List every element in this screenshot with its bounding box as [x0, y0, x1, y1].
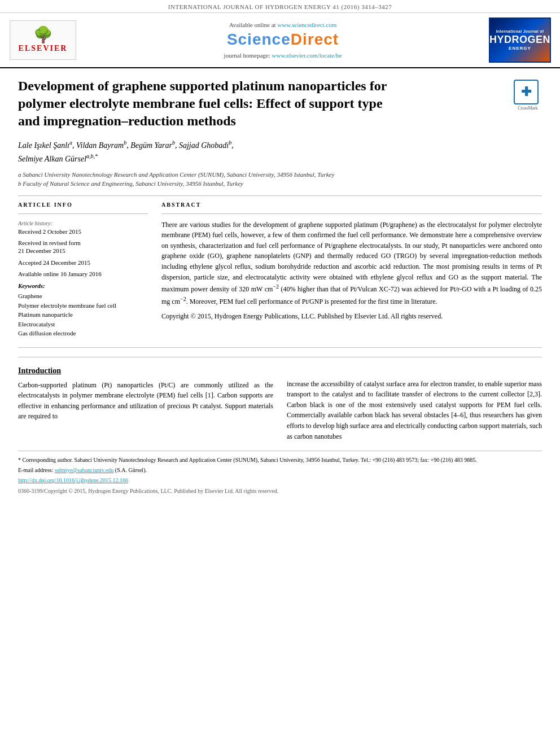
body-content: Introduction Carbon-supported platinum (… [18, 357, 542, 442]
title-crossmark-row: Development of graphene supported platin… [18, 77, 542, 138]
main-content: Development of graphene supported platin… [0, 68, 560, 442]
available-date: Available online 16 January 2016 [18, 270, 148, 278]
intro-right-col: increase the accessibility of catalyst s… [287, 366, 542, 442]
sciencedirect-block: Available online at www.sciencedirect.co… [77, 21, 489, 59]
divider-body [18, 347, 542, 348]
keyword-electrocatalyst: Electrocatalyst [18, 320, 148, 329]
article-info-col: Article Info Article history: Received 2… [18, 202, 148, 338]
crossmark-block: ✚ CrossMark [514, 80, 542, 111]
introduction-heading: Introduction [18, 366, 273, 375]
logos-row: 🌳 ELSEVIER Available online at www.scien… [0, 13, 560, 68]
divider-info [18, 213, 148, 214]
email-link[interactable]: selmiye@sabanciuniv.edu [55, 467, 113, 473]
authors: Lale Işıkel Şanlıa, Vildan Bayramb, Begü… [18, 138, 542, 165]
info-abstract-section: Article Info Article history: Received 2… [18, 202, 542, 338]
abstract-text: There are various studies for the develo… [161, 220, 542, 307]
affiliations: a Sabanci University Nanotechnology Rese… [18, 170, 542, 189]
sciencedirect-title: ScienceDirect [88, 30, 478, 49]
divider-abstract [161, 213, 542, 214]
available-online-text: Available online at www.sciencedirect.co… [88, 21, 478, 28]
keyword-platinum: Platinum nanoparticle [18, 310, 148, 320]
divider-1 [18, 195, 542, 196]
hydrogen-h2-text: HYDROGEN [489, 34, 550, 46]
available-online-link[interactable]: www.sciencedirect.com [277, 21, 336, 28]
intro-left-col: Introduction Carbon-supported platinum (… [18, 366, 273, 442]
affiliation-a: a Sabanci University Nanotechnology Rese… [18, 170, 542, 180]
accepted-date: Accepted 24 December 2015 [18, 259, 148, 267]
issn-copyright: 0360-3199/Copyright © 2015, Hydrogen Ene… [18, 487, 542, 495]
article-info-heading: Article Info [18, 202, 148, 208]
history-label: Article history: [18, 220, 148, 228]
introduction-section: Introduction Carbon-supported platinum (… [18, 366, 542, 442]
intro-right-text: increase the accessibility of catalyst s… [287, 379, 542, 442]
hydrogen-energy-text: ENERGY [509, 46, 531, 51]
corresponding-footnote: * Corresponding author. Sabanci Universi… [18, 456, 542, 464]
keyword-gas: Gas diffusion electrode [18, 329, 148, 338]
intro-left-text: Carbon-supported platinum (Pt) nanoparti… [18, 380, 273, 422]
keyword-pem: Polymer electrolyte membrane fuel cell [18, 301, 148, 311]
elsevier-tree-icon: 🌳 [33, 27, 53, 43]
journal-homepage: journal homepage: www.elsevier.com/locat… [88, 52, 478, 59]
hydrogen-ij-text: International Journal of [496, 29, 544, 34]
abstract-copyright: Copyright © 2015, Hydrogen Energy Public… [161, 311, 542, 322]
crossmark-icon[interactable]: ✚ [514, 80, 539, 104]
hydrogen-energy-logo: International Journal of HYDROGEN ENERGY [489, 18, 551, 63]
footnotes: * Corresponding author. Sabanci Universi… [18, 451, 542, 495]
keyword-graphene: Graphene [18, 291, 148, 301]
revised-label: Received in revised form 21 December 201… [18, 239, 148, 255]
journal-header: International Journal of Hydrogen Energy… [0, 0, 560, 13]
received-date: Received 2 October 2015 [18, 228, 148, 235]
crossmark-label: CrossMark [514, 106, 542, 111]
email-footnote: E-mail address: selmiye@sabanciuniv.edu … [18, 466, 542, 474]
article-title: Development of graphene supported platin… [18, 77, 402, 130]
journal-homepage-link[interactable]: www.elsevier.com/locate/he [272, 52, 342, 59]
doi-link[interactable]: http://dx.doi.org/10.1016/j.ijhydene.201… [18, 477, 128, 483]
elsevier-logo: 🌳 ELSEVIER [9, 20, 77, 60]
doi-link-line: http://dx.doi.org/10.1016/j.ijhydene.201… [18, 476, 542, 484]
affiliation-b: b Faculty of Natural Science and Enginee… [18, 179, 542, 189]
abstract-heading: Abstract [161, 202, 542, 208]
abstract-col: Abstract There are various studies for t… [161, 202, 542, 338]
keywords-label: Keywords: [18, 282, 148, 289]
elsevier-text: ELSEVIER [19, 44, 68, 53]
